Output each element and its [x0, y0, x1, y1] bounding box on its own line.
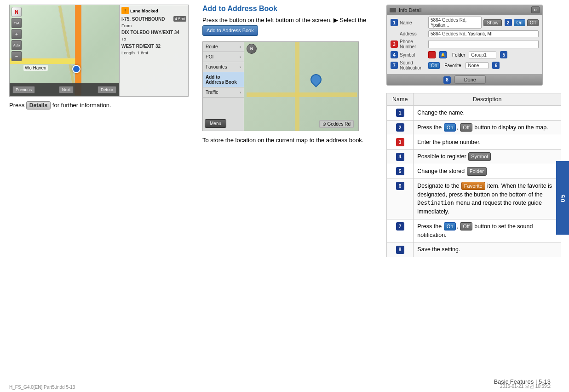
table-row: 5 Change the stored Folder [387, 164, 561, 179]
on-btn-name[interactable]: On [514, 19, 525, 26]
middle-column: Add to Address Book Press the button on … [202, 5, 377, 387]
section-title: Add to Address Book [202, 5, 377, 13]
num-badge-2: 2 [396, 123, 404, 132]
show-btn[interactable]: Show [483, 19, 501, 26]
num-badge-5: 5 [396, 167, 404, 175]
warning-icon: ! [121, 7, 129, 14]
table-cell-desc-2: Press the On, Off button to display on t… [414, 120, 561, 135]
table-cell-num: 7 [387, 219, 414, 242]
length-row: Length 1.8mi [121, 50, 186, 56]
table-cell-desc-8: Save the setting. [414, 242, 561, 257]
map2-sidebar: Route › POI › Favourites › Add toAddre [203, 42, 244, 131]
label-phone: PhoneNumber [400, 39, 426, 49]
on-btn-sound[interactable]: On [428, 62, 440, 69]
symbol-icon [428, 51, 436, 58]
description-table: Name Description 1 Change the name. [386, 93, 561, 257]
num-badge-4: 4 [396, 153, 404, 161]
symbol-icon-inner: 🔔 [441, 53, 445, 57]
table-row: 2 Press the On, Off button to display on… [387, 120, 561, 135]
camera-icon [390, 8, 396, 12]
table-row: 6 Designate to the Favorite item. When t… [387, 179, 561, 219]
map-controls-left: N T/A + Auto − [11, 7, 22, 61]
table-row: 7 Press the On, Off button to set the so… [387, 219, 561, 242]
from-value: DIX TOLEDO HWY/EXIT 34 [121, 29, 186, 35]
prev-btn[interactable]: Previous [12, 86, 35, 93]
label-sound: SoundNotification [400, 60, 426, 70]
map2-menu-btn[interactable]: Menu [205, 119, 226, 128]
traffic-chevron: › [240, 90, 241, 95]
next-btn[interactable]: Next [59, 86, 74, 93]
chapter-tab: 05 [556, 161, 569, 235]
table-row: 8 Save the setting. [387, 242, 561, 257]
add-to-address-book-inline-btn[interactable]: Add to Address Book [202, 25, 258, 36]
map2-poi-btn[interactable]: POI › [203, 52, 244, 62]
value-address: 5864 Geddes Rd, Ypsilanti, MI [428, 30, 539, 37]
map2-route-btn[interactable]: Route › [203, 42, 244, 52]
compass-btn[interactable]: N [11, 7, 22, 17]
info-row-name: 1 Name 5864 Geddes Rd, Ypsilan... Show 2… [391, 17, 539, 29]
table-row: 3 Enter the phone number. [387, 135, 561, 150]
to-label: To [121, 36, 186, 42]
table-cell-desc-1: Change the name. [414, 106, 561, 121]
poi-label: POI [206, 54, 213, 59]
map2-compass: N [247, 44, 257, 54]
info-row-symbol: 4 Symbol 🔔 Folder Group1 5 [391, 51, 539, 58]
badge-5: 5 [500, 51, 507, 58]
chapter-number: 05 [559, 194, 566, 202]
zoom-in-btn[interactable]: + [11, 29, 22, 39]
off-btn-name[interactable]: Off [527, 19, 539, 26]
off-tag-row7: Off [460, 222, 472, 231]
route-label: Route [206, 44, 218, 49]
favorite-label-row: Favorite [444, 63, 461, 68]
main-content: N T/A + Auto − ! Lane blocked I-75, SOUT… [0, 0, 556, 392]
badge-1: 1 [391, 19, 398, 26]
table-row: 1 Change the name. [387, 106, 561, 121]
zoom-text-btn[interactable]: T/A [11, 18, 22, 28]
badge-2: 2 [505, 19, 512, 26]
folder-label: Folder [452, 52, 465, 58]
zoom-out-btn[interactable]: − [11, 51, 22, 61]
value-phone [428, 40, 539, 48]
badge-8-done: 8 [443, 76, 451, 84]
map2-traffic-btn[interactable]: Traffic › [203, 87, 244, 98]
back-btn[interactable]: ↩ [531, 6, 540, 13]
map2-add-address-btn[interactable]: Add toAddress Book [203, 72, 244, 87]
add-addr-label: Add toAddress Book [206, 75, 237, 85]
table-cell-num: 6 [387, 179, 414, 219]
doc-footer-left: H_FS_G4.0[EN] Part5.indd 5-13 [9, 385, 75, 390]
auto-btn[interactable]: Auto [11, 40, 22, 50]
nav-map-1: N T/A + Auto − ! Lane blocked I-75, SOUT… [9, 5, 189, 97]
label-symbol: Symbol [400, 52, 426, 58]
table-cell-desc-5: Change the stored Folder [414, 164, 561, 179]
detour-btn[interactable]: Detour [98, 86, 116, 93]
map-info-panel: ! Lane blocked I-75, SOUTHBOUND 4.5mi Fr… [119, 5, 188, 97]
info-row-address: Address 5864 Geddes Rd, Ypsilanti, MI [391, 30, 539, 37]
right-column: Info Detail ↩ 1 Name 5864 Geddes Rd, Yps… [386, 5, 561, 387]
page-container: N T/A + Auto − ! Lane blocked I-75, SOUT… [0, 0, 569, 392]
num-badge-7: 7 [396, 222, 404, 231]
to-store-text: To store the location on the current map… [202, 136, 377, 145]
folder-value: Group1 [469, 52, 496, 58]
fav-chevron: › [240, 65, 241, 69]
badge-7: 7 [391, 62, 398, 69]
table-cell-num: 5 [387, 164, 414, 179]
table-row: 4 Possible to register Symbol [387, 150, 561, 164]
from-label: From [121, 23, 186, 29]
num-badge-3: 3 [396, 138, 404, 146]
info-row-sound: 7 SoundNotification On Favorite None 6 [391, 60, 539, 70]
table-cell-num: 1 [387, 106, 414, 121]
info-detail-header: Info Detail ↩ [387, 5, 542, 15]
map2-favourites-btn[interactable]: Favourites › [203, 62, 244, 72]
details-btn[interactable]: Details [26, 101, 51, 110]
route-chevron: › [240, 45, 241, 49]
instruction-text: Press the button on the left bottom of t… [202, 16, 377, 36]
nav-map2-inner: Route › POI › Favourites › Add toAddre [203, 42, 358, 131]
table-cell-desc-4: Possible to register Symbol [414, 150, 561, 164]
off-tag-row2: Off [460, 123, 472, 132]
distance-badge: 4.5mi [173, 16, 186, 22]
info-row-phone: 3 PhoneNumber [391, 39, 539, 49]
info-detail-body: 1 Name 5864 Geddes Rd, Ypsilan... Show 2… [387, 15, 542, 74]
done-btn[interactable]: Done [454, 75, 486, 84]
doc-footer-right: 2015-01-21 오전 10:59:2 [500, 383, 551, 390]
num-badge-8: 8 [396, 246, 404, 254]
